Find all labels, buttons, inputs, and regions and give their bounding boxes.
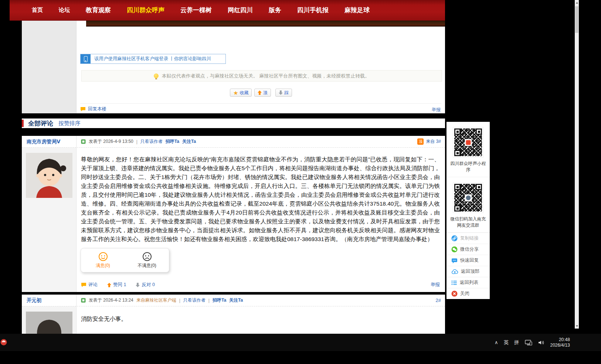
miniprogram-qr-code	[453, 127, 483, 158]
separator: |	[136, 139, 137, 144]
oppose-link[interactable]: 反对 0	[136, 282, 155, 288]
unsatisfied-button[interactable]: 不满意(0)	[125, 248, 169, 272]
comment-main: 发表于 2026-4-2 13:24 来自麻辣社区客户端 | 只看该作者 | 招…	[77, 295, 445, 334]
follow-link[interactable]: 关注Ta	[182, 138, 196, 145]
top-navbar: 首页 论坛 教育观察 四川群众呼声 云养一棵树 网红四川 版务 四川手机报 麻辣…	[10, 0, 445, 21]
mobile-client-notice-text: 该用户使用麻辣社区手机客户端登录 丨你的言论影响四川	[91, 56, 215, 62]
comment-author-column: 开元初	[22, 295, 77, 334]
divider	[80, 103, 441, 104]
post-time: 发表于 2026-4-2 13:24	[89, 297, 133, 303]
comment-reply-link[interactable]: 评论	[81, 282, 98, 288]
only-author-link[interactable]: 只看该作者	[183, 297, 206, 303]
report-link[interactable]: 举报	[431, 282, 440, 288]
nav-item-moderation[interactable]: 版务	[269, 6, 281, 14]
miniprogram-qr-caption: 四川群众呼声小程序	[446, 161, 490, 173]
reply-bubble-icon	[451, 258, 458, 264]
downvote-label: 踩	[284, 90, 289, 96]
nav-item-home[interactable]: 首页	[32, 7, 43, 14]
agree-link[interactable]: 赞同 1	[107, 282, 126, 288]
top-badge: 顶	[417, 138, 424, 145]
separator: |	[208, 298, 210, 303]
scroll-down-button[interactable]	[575, 323, 579, 329]
report-link[interactable]: 举报	[432, 107, 441, 113]
quick-reply-button[interactable]: 快速回复	[446, 255, 490, 266]
comment-card: 南充市房管局Ⅴ	[22, 136, 445, 292]
screen: 该用户使用麻辣社区手机客户端登录 丨你的言论影响四川 本贴仅代表作者观点，与麻辣…	[0, 0, 601, 364]
floor-icon	[81, 139, 86, 144]
satisfaction-panel: 满意(0) 不满意(0)	[81, 248, 169, 272]
back-to-top-button[interactable]: 返回顶部	[446, 266, 490, 277]
mobile-client-notice[interactable]: 该用户使用麻辣社区手机客户端登录 丨你的言论影响四川	[80, 54, 226, 64]
chat-bubble-icon	[80, 107, 86, 111]
comment-footer: 评论 赞同 1 反对 0 举报	[81, 282, 440, 288]
downvote-post-button[interactable]: 踩	[275, 89, 292, 97]
client-source-link[interactable]: 来自麻辣社区客户端	[136, 297, 176, 303]
bulb-icon	[154, 73, 159, 78]
wechat-icon	[451, 246, 458, 253]
frown-icon	[142, 252, 152, 261]
comment-meta-row: 发表于 2026-4-2 13:24 来自麻辣社区客户端 | 只看该作者 | 招…	[77, 295, 445, 306]
comment-author-link[interactable]: 开元初	[27, 297, 42, 304]
follow-link[interactable]: 关注Ta	[229, 297, 243, 303]
list-icon	[451, 280, 457, 285]
comments-title: 全部评论	[28, 119, 53, 128]
disclaimer-text: 本贴仅代表作者观点，与麻辣社区立场无关。 麻辣社区平台所有图文、视频，未经授权禁…	[162, 73, 370, 79]
system-tray: ∧ 英 拼 20:48 2026/4/13	[495, 334, 570, 351]
taskbar: ∧ 英 拼 20:48 2026/4/13	[0, 334, 601, 351]
nav-item-voice-of-people[interactable]: 四川群众呼声	[127, 6, 164, 14]
scrollbar[interactable]	[575, 0, 579, 329]
avatar[interactable]	[26, 312, 72, 334]
ime-pinyin-indicator[interactable]: 拼	[514, 339, 519, 346]
comment-meta-right: 顶 来自 3#	[417, 138, 441, 145]
arrow-down-icon	[279, 90, 283, 95]
nav-item-tree[interactable]: 云养一棵树	[180, 6, 212, 14]
avatar[interactable]	[26, 153, 72, 199]
wechat-group-qr-section: 微信扫码加入南充网友交流群	[446, 177, 490, 233]
favorite-label: 收藏	[240, 90, 248, 96]
qr-center-logo	[465, 139, 472, 146]
close-button[interactable]: 关闭	[446, 288, 490, 299]
nav-item-education[interactable]: 教育观察	[86, 6, 111, 14]
ime-english-indicator[interactable]: 英	[504, 339, 509, 346]
satisfied-label: 满意(0)	[96, 262, 110, 269]
taskbar-app-icon[interactable]	[0, 337, 8, 348]
wechat-share-button[interactable]: 微信分享	[446, 244, 490, 255]
upvote-label: 顶	[263, 90, 268, 96]
taskbar-clock[interactable]: 20:48 2026/4/13	[550, 337, 570, 348]
nav-item-mobile-news[interactable]: 四川手机报	[297, 6, 329, 14]
section-marker	[22, 120, 24, 127]
scroll-up-button[interactable]	[575, 0, 579, 5]
satisfied-button[interactable]: 满意(0)	[81, 248, 125, 272]
upvote-post-button[interactable]: 顶	[254, 89, 271, 97]
back-to-list-button[interactable]: 返回列表	[446, 277, 490, 288]
post-time: 发表于 2026-4-9 13:50	[89, 138, 133, 145]
clock-date: 2026/4/13	[550, 343, 570, 348]
greet-link[interactable]: 招呼Ta	[166, 138, 179, 145]
only-author-link[interactable]: 只看该作者	[140, 138, 163, 145]
qr-center-logo	[465, 194, 472, 201]
connect-device-icon[interactable]	[525, 340, 532, 346]
nav-item-forum[interactable]: 论坛	[59, 7, 70, 14]
copy-link-button[interactable]: 复制链接	[446, 233, 490, 244]
sort-by-likes-link[interactable]: 按赞排序	[58, 120, 81, 127]
from-floor-link[interactable]: 来自 3#	[426, 138, 441, 145]
comment-card: 开元初 发表于 2026-4-2 13:24 来自麻辣社区客户端 | 只看该作者…	[22, 295, 445, 334]
floor-number-link[interactable]: 2#	[436, 298, 441, 303]
nav-item-internet-famous[interactable]: 网红四川	[228, 6, 253, 14]
tray-expand-icon[interactable]: ∧	[495, 340, 498, 345]
clock-time: 20:48	[550, 337, 570, 343]
comment-author-link[interactable]: 南充市房管局Ⅴ	[27, 138, 60, 145]
greet-link[interactable]: 招呼Ta	[213, 297, 226, 303]
miniprogram-qr-section: 四川群众呼声小程序	[446, 122, 490, 177]
volume-icon[interactable]	[538, 340, 545, 345]
reply-floor-link[interactable]: 回复本楼	[80, 106, 106, 112]
scrollbar-thumb[interactable]	[575, 6, 578, 33]
close-icon	[451, 291, 458, 297]
floor-icon	[81, 298, 86, 303]
arrow-down-icon	[136, 283, 140, 287]
nav-item-football[interactable]: 麻辣足球	[344, 6, 370, 14]
arrow-up-icon	[107, 283, 111, 287]
favorite-button[interactable]: ★ 收藏	[230, 89, 252, 97]
unsatisfied-label: 不满意(0)	[137, 262, 156, 269]
reply-floor-label: 回复本楼	[88, 106, 106, 112]
